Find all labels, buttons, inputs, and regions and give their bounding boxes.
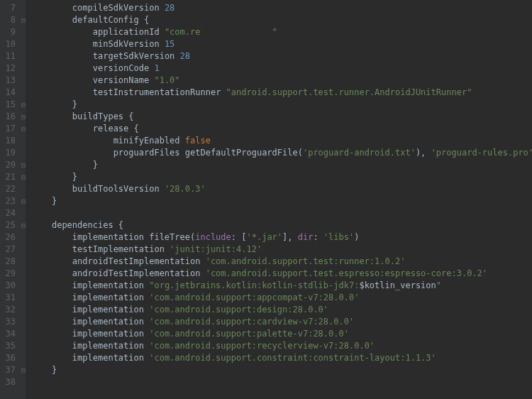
- line-number: 27: [0, 244, 16, 256]
- code-line[interactable]: testImplementation 'junit:junit:4.12': [31, 244, 532, 256]
- code-line[interactable]: minifyEnabled false: [31, 135, 532, 147]
- line-number: 7: [0, 2, 16, 14]
- line-number: 18: [0, 135, 16, 147]
- code-line[interactable]: [31, 376, 532, 388]
- line-number: 9: [0, 26, 16, 38]
- line-number: 24: [0, 207, 16, 219]
- line-number: 12: [0, 62, 16, 75]
- line-number: 15: [0, 99, 16, 111]
- code-editor[interactable]: 7891011121314151617181920212223242526272…: [0, 0, 532, 399]
- code-line[interactable]: versionName "1.0": [31, 75, 532, 87]
- line-number: 36: [0, 352, 16, 364]
- code-line[interactable]: [31, 207, 532, 219]
- line-number: 33: [0, 316, 16, 328]
- code-line[interactable]: implementation 'com.android.support:appc…: [31, 292, 532, 304]
- code-line[interactable]: implementation 'com.android.support:desi…: [31, 304, 532, 316]
- code-line[interactable]: }: [31, 99, 532, 111]
- code-line[interactable]: proguardFiles getDefaultProguardFile('pr…: [31, 147, 532, 159]
- code-line[interactable]: buildTypes {: [31, 111, 532, 123]
- line-number: 25: [0, 219, 16, 231]
- code-line[interactable]: implementation 'com.android.support:recy…: [31, 340, 532, 352]
- code-line[interactable]: implementation 'com.android.support:pale…: [31, 328, 532, 340]
- code-line[interactable]: implementation 'com.android.support.cons…: [31, 352, 532, 364]
- code-line[interactable]: defaultConfig {: [31, 14, 532, 26]
- line-number: 19: [0, 147, 16, 159]
- line-number: 22: [0, 183, 16, 195]
- code-line[interactable]: }: [31, 159, 532, 171]
- code-line[interactable]: }: [31, 364, 532, 376]
- code-line[interactable]: release {: [31, 123, 532, 135]
- line-number: 35: [0, 340, 16, 352]
- code-line[interactable]: dependencies {: [31, 219, 532, 231]
- line-number: 13: [0, 75, 16, 87]
- line-number: 30: [0, 280, 16, 292]
- line-number: 37: [0, 364, 16, 376]
- line-number: 23: [0, 195, 16, 207]
- line-number: 11: [0, 50, 16, 62]
- code-line[interactable]: androidTestImplementation 'com.android.s…: [31, 268, 532, 280]
- code-line[interactable]: androidTestImplementation 'com.android.s…: [31, 256, 532, 268]
- line-number: 14: [0, 87, 16, 99]
- line-number: 20: [0, 159, 16, 171]
- line-number: 28: [0, 256, 16, 268]
- code-line[interactable]: testInstrumentationRunner "android.suppo…: [31, 87, 532, 99]
- line-number: 10: [0, 38, 16, 50]
- code-line[interactable]: }: [31, 171, 532, 183]
- code-line[interactable]: compileSdkVersion 28: [31, 2, 532, 14]
- line-number: 32: [0, 304, 16, 316]
- line-number: 26: [0, 231, 16, 244]
- line-number: 8: [0, 14, 16, 26]
- line-number: 38: [0, 376, 16, 388]
- code-line[interactable]: implementation fileTree(include: ['*.jar…: [31, 231, 532, 244]
- line-number: 29: [0, 268, 16, 280]
- code-line[interactable]: implementation "org.jetbrains.kotlin:kot…: [31, 280, 532, 292]
- line-number: 17: [0, 123, 16, 135]
- code-line[interactable]: versionCode 1: [31, 62, 532, 75]
- code-area[interactable]: compileSdkVersion 28 defaultConfig { app…: [26, 0, 532, 399]
- line-number-gutter: 7891011121314151617181920212223242526272…: [0, 0, 21, 399]
- code-line[interactable]: targetSdkVersion 28: [31, 50, 532, 62]
- code-line[interactable]: applicationId "com.re ": [31, 26, 532, 38]
- line-number: 31: [0, 292, 16, 304]
- line-number: 34: [0, 328, 16, 340]
- code-line[interactable]: implementation 'com.android.support:card…: [31, 316, 532, 328]
- code-line[interactable]: minSdkVersion 15: [31, 38, 532, 50]
- line-number: 16: [0, 111, 16, 123]
- code-line[interactable]: buildToolsVersion '28.0.3': [31, 183, 532, 195]
- code-line[interactable]: }: [31, 195, 532, 207]
- line-number: 21: [0, 171, 16, 183]
